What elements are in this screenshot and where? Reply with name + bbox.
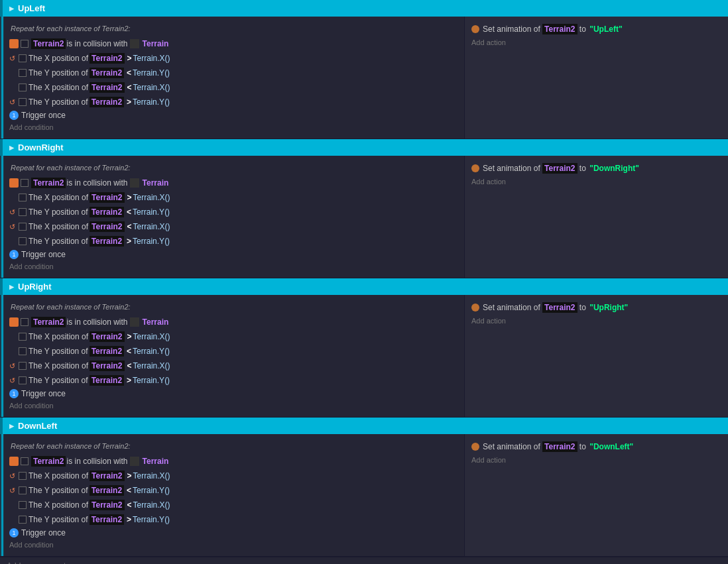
action-item[interactable]: Set animation of Terrain2 to "DownLeft" xyxy=(471,439,721,454)
condition-row[interactable]: The X position of Terrain2 > Terrain.X() xyxy=(4,329,464,344)
condition-checkbox[interactable] xyxy=(19,98,27,106)
method: Terrain.X() xyxy=(133,193,170,202)
invert-icon: ↺ xyxy=(9,472,17,480)
condition-row[interactable]: ↺ The X position of Terrain2 > Terrain.X… xyxy=(4,51,464,66)
condition-checkbox[interactable] xyxy=(21,457,29,465)
condition-checkbox[interactable] xyxy=(19,208,27,216)
condition-row[interactable]: The Y position of Terrain2 > Terrain.Y() xyxy=(4,234,464,249)
animation-label: "UpLeft" xyxy=(589,25,622,34)
condition-row[interactable]: ↺ The X position of Terrain2 < Terrain.X… xyxy=(4,219,464,234)
operator: > xyxy=(127,193,132,202)
condition-text-before: The X position of xyxy=(29,332,88,341)
condition-row[interactable]: 1 Trigger once xyxy=(4,388,464,400)
condition-row[interactable]: The X position of Terrain2 < Terrain.X() xyxy=(4,80,464,95)
condition-checkbox[interactable] xyxy=(19,472,27,480)
action-item[interactable]: Set animation of Terrain2 to "DownRight" xyxy=(471,161,721,176)
condition-row[interactable]: The Y position of Terrain2 < Terrain.Y() xyxy=(4,66,464,80)
collision-icon xyxy=(9,178,19,188)
add-action-button[interactable]: Add action xyxy=(471,36,721,48)
condition-text-before: The X position of xyxy=(29,54,88,63)
terrain2-obj: Terrain2 xyxy=(31,456,66,467)
action-obj: Terrain2 xyxy=(542,24,577,34)
condition-text-before: The Y position of xyxy=(29,68,88,78)
operator: < xyxy=(127,83,132,92)
repeat-label: Repeat for each instance of Terrain2: xyxy=(4,22,464,36)
event-header-downright[interactable]: DownRight xyxy=(0,139,728,156)
event-header-upright[interactable]: UpRight xyxy=(0,278,728,295)
condition-row[interactable]: ↺ The Y position of Terrain2 > Terrain.Y… xyxy=(4,373,464,388)
method: Terrain.Y() xyxy=(133,347,170,356)
terrain2-obj: Terrain2 xyxy=(90,192,124,203)
condition-checkbox[interactable] xyxy=(19,333,27,341)
condition-checkbox[interactable] xyxy=(19,223,27,231)
method: Terrain.Y() xyxy=(133,207,170,217)
operator: < xyxy=(127,347,131,356)
event-body-downright: Repeat for each instance of Terrain2: Te… xyxy=(0,156,728,278)
condition-text-before: The Y position of xyxy=(29,376,88,385)
condition-row[interactable]: Terrain2 is in collision with Terrain xyxy=(4,315,464,329)
action-item[interactable]: Set animation of Terrain2 to "UpLeft" xyxy=(471,22,721,36)
condition-row[interactable]: The X position of Terrain2 > Terrain.X() xyxy=(4,190,464,205)
condition-row[interactable]: ↺ The Y position of Terrain2 < Terrain.Y… xyxy=(4,205,464,219)
condition-row[interactable]: Terrain2 is in collision with Terrain xyxy=(4,36,464,51)
condition-checkbox[interactable] xyxy=(19,362,27,370)
condition-text-before: The X position of xyxy=(29,361,88,370)
add-action-button[interactable]: Add action xyxy=(471,315,721,327)
condition-row[interactable]: ↺ The Y position of Terrain2 > Terrain.Y… xyxy=(4,95,464,109)
add-event-button[interactable]: Add a new event xyxy=(0,557,728,564)
event-header-upleft[interactable]: UpLeft xyxy=(0,0,728,17)
add-condition-button[interactable]: Add condition xyxy=(4,539,464,551)
condition-checkbox[interactable] xyxy=(21,179,29,187)
trigger-label: Trigger once xyxy=(21,528,66,537)
condition-checkbox[interactable] xyxy=(19,486,27,494)
method: Terrain.X() xyxy=(133,54,170,63)
operator: > xyxy=(127,376,131,385)
method: Terrain.X() xyxy=(133,83,170,92)
event-header-downleft[interactable]: DownLeft xyxy=(0,418,728,434)
condition-row[interactable]: The Y position of Terrain2 < Terrain.Y() xyxy=(4,344,464,359)
trigger-icon: 1 xyxy=(9,111,19,120)
terrain2-obj: Terrain2 xyxy=(90,500,124,510)
terrain-icon xyxy=(130,457,139,466)
condition-checkbox[interactable] xyxy=(19,54,27,62)
add-action-button[interactable]: Add action xyxy=(471,454,721,466)
condition-checkbox[interactable] xyxy=(19,501,27,509)
condition-checkbox[interactable] xyxy=(19,69,27,77)
condition-row[interactable]: The X position of Terrain2 < Terrain.X() xyxy=(4,498,464,512)
operator: > xyxy=(127,54,132,63)
action-text: Set animation of Terrain2 to "DownRight" xyxy=(483,164,640,173)
add-action-button[interactable]: Add action xyxy=(471,176,721,188)
add-condition-button[interactable]: Add condition xyxy=(4,121,464,133)
condition-row[interactable]: 1 Trigger once xyxy=(4,249,464,260)
condition-row[interactable]: ↺ The Y position of Terrain2 < Terrain.Y… xyxy=(4,483,464,498)
terrain2-obj: Terrain2 xyxy=(90,97,124,107)
method: Terrain.X() xyxy=(133,500,170,510)
condition-checkbox[interactable] xyxy=(19,516,27,524)
operator: < xyxy=(127,486,131,495)
terrain2-obj: Terrain2 xyxy=(90,346,124,357)
condition-checkbox[interactable] xyxy=(19,237,27,245)
condition-row[interactable]: Terrain2 is in collision with Terrain xyxy=(4,454,464,469)
condition-checkbox[interactable] xyxy=(21,318,29,326)
action-item[interactable]: Set animation of Terrain2 to "UpRight" xyxy=(471,300,721,315)
condition-checkbox[interactable] xyxy=(19,194,27,201)
terrain2-obj: Terrain2 xyxy=(90,53,124,64)
condition-checkbox[interactable] xyxy=(21,40,29,48)
condition-checkbox[interactable] xyxy=(19,376,27,384)
condition-row[interactable]: 1 Trigger once xyxy=(4,527,464,539)
condition-row[interactable]: Terrain2 is in collision with Terrain xyxy=(4,176,464,190)
add-condition-button[interactable]: Add condition xyxy=(4,260,464,272)
condition-row[interactable]: ↺ The X position of Terrain2 < Terrain.X… xyxy=(4,359,464,373)
collision-icon xyxy=(9,457,19,466)
condition-row[interactable]: 1 Trigger once xyxy=(4,109,464,121)
condition-checkbox[interactable] xyxy=(19,84,27,91)
add-condition-button[interactable]: Add condition xyxy=(4,400,464,412)
trigger-icon: 1 xyxy=(9,389,19,398)
terrain2-obj: Terrain2 xyxy=(31,317,66,327)
condition-checkbox[interactable] xyxy=(19,347,27,355)
trigger-icon: 1 xyxy=(9,250,19,259)
condition-row[interactable]: ↺ The X position of Terrain2 > Terrain.X… xyxy=(4,469,464,483)
collision-text: is in collision with xyxy=(66,317,127,327)
condition-row[interactable]: The Y position of Terrain2 > Terrain.Y() xyxy=(4,512,464,527)
method: Terrain.Y() xyxy=(133,237,170,246)
